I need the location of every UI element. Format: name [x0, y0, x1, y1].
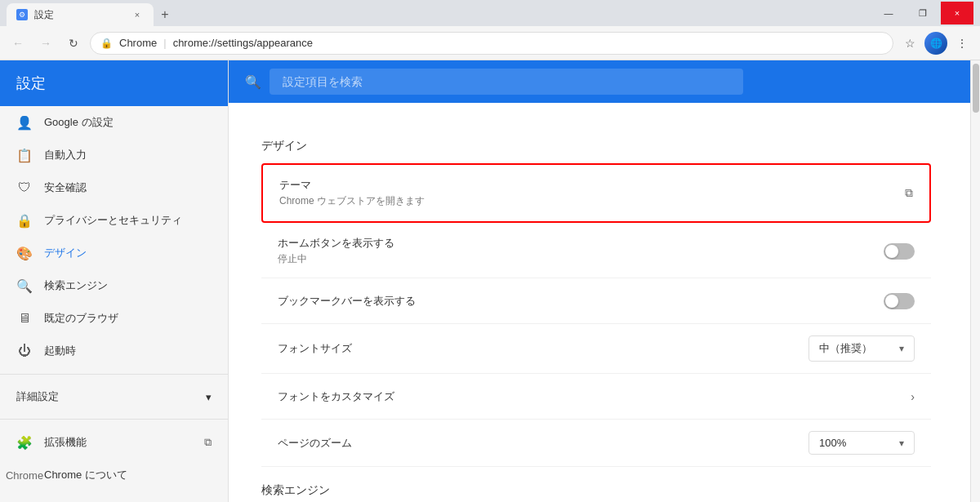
new-tab-button[interactable]: + — [154, 3, 176, 26]
minimize-button[interactable]: — — [872, 2, 905, 24]
sidebar-divider-2 — [0, 419, 228, 420]
sidebar-divider-1 — [0, 374, 228, 375]
startup-icon: ⏻ — [16, 343, 33, 359]
menu-button[interactable]: ⋮ — [951, 32, 973, 55]
sidebar-browser-label: 既定のブラウザ — [44, 311, 118, 326]
font-customize-label: フォントをカスタマイズ — [278, 389, 394, 404]
font-size-row: フォントサイズ 中（推奨） ▾ — [261, 324, 931, 374]
close-button[interactable]: × — [941, 2, 973, 24]
active-tab[interactable]: ⚙ 設定 × — [7, 3, 154, 26]
sidebar-google-label: Google の設定 — [44, 115, 114, 130]
sidebar-item-privacy[interactable]: 🔒 プライバシーとセキュリティ — [0, 204, 228, 237]
home-button-sublabel: 停止中 — [278, 252, 394, 266]
theme-sublabel: Chrome ウェブストアを開きます — [279, 194, 425, 208]
sidebar-item-extensions[interactable]: 🧩 拡張機能 ⧉ — [0, 426, 228, 459]
extensions-left: 🧩 拡張機能 — [16, 434, 87, 451]
sidebar-item-startup[interactable]: ⏻ 起動時 — [0, 335, 228, 367]
sidebar-startup-label: 起動時 — [44, 344, 76, 358]
home-button-label: ホームボタンを表示する — [278, 236, 394, 251]
lock-icon: 🔒 — [100, 38, 113, 49]
privacy-icon: 🔒 — [16, 212, 33, 229]
settings-search-input[interactable] — [270, 69, 743, 95]
theme-card[interactable]: テーマ Chrome ウェブストアを開きます ⧉ — [261, 163, 931, 223]
bookmark-bar-row: ブックマークバーを表示する — [261, 278, 931, 324]
safety-icon: 🛡 — [16, 180, 33, 196]
sidebar-chrome-about-label: Chrome について — [44, 468, 127, 482]
font-size-label: フォントサイズ — [278, 341, 352, 356]
home-button-text: ホームボタンを表示する 停止中 — [278, 236, 394, 266]
search-icon: 🔍 — [245, 74, 261, 90]
sidebar-advanced-label: 詳細設定 — [16, 389, 59, 404]
settings-content: デザイン テーマ Chrome ウェブストアを開きます ⧉ ホームボタンを表示す… — [229, 103, 964, 502]
url-separator: | — [163, 37, 166, 49]
font-customize-arrow-icon: › — [911, 390, 915, 403]
zoom-label: ページのズーム — [278, 436, 352, 451]
toolbar-right: ☆ 🌐 ⋮ — [898, 32, 973, 55]
google-icon: 👤 — [16, 114, 33, 131]
sidebar-autofill-label: 自動入力 — [44, 148, 87, 162]
home-button-row: ホームボタンを表示する 停止中 — [261, 224, 931, 278]
restore-button[interactable]: ❐ — [906, 2, 939, 24]
design-icon: 🎨 — [16, 245, 33, 261]
chrome-about-icon: Chrome — [16, 467, 33, 483]
star-button[interactable]: ☆ — [898, 32, 921, 55]
font-size-arrow-icon: ▾ — [899, 343, 904, 354]
sidebar-search-engine-label: 検索エンジン — [44, 278, 108, 293]
theme-text: テーマ Chrome ウェブストアを開きます — [279, 178, 425, 208]
theme-label: テーマ — [279, 178, 425, 193]
addressbar: ← → ↻ 🔒 Chrome | chrome://settings/appea… — [0, 26, 980, 60]
scrollbar-thumb[interactable] — [973, 64, 979, 113]
titlebar: ⚙ 設定 × + — ❐ × — [0, 0, 980, 26]
autofill-icon: 📋 — [16, 147, 33, 163]
font-customize-row[interactable]: フォントをカスタマイズ › — [261, 374, 931, 420]
font-size-value: 中（推奨） — [819, 341, 872, 356]
bookmark-bar-toggle[interactable] — [884, 293, 915, 309]
tab-title: 設定 — [34, 8, 54, 22]
url-path: chrome://settings/appearance — [173, 37, 313, 49]
bookmark-bar-label: ブックマークバーを表示する — [278, 294, 416, 309]
font-size-dropdown[interactable]: 中（推奨） ▾ — [808, 335, 915, 362]
main-layout: 設定 👤 Google の設定 📋 自動入力 🛡 安全確認 🔒 プライバシーとセ… — [0, 60, 980, 502]
sidebar-privacy-label: プライバシーとセキュリティ — [44, 213, 182, 228]
sidebar-item-safety[interactable]: 🛡 安全確認 — [0, 171, 228, 204]
sidebar-safety-label: 安全確認 — [44, 180, 87, 195]
url-site: Chrome — [119, 37, 157, 49]
zoom-arrow-icon: ▾ — [899, 438, 904, 449]
extensions-icon: 🧩 — [16, 434, 33, 451]
content-area: 🔍 デザイン テーマ Chrome ウェブストアを開きます ⧉ ホームボタンを表… — [229, 60, 970, 502]
sidebar-design-label: デザイン — [44, 246, 87, 260]
sidebar-item-chrome-about[interactable]: Chrome Chrome について — [0, 459, 228, 491]
window-controls: — ❐ × — [872, 2, 973, 24]
tab-close-button[interactable]: × — [131, 8, 144, 21]
forward-button[interactable]: → — [34, 32, 57, 55]
theme-ext-link-icon: ⧉ — [905, 186, 913, 200]
window-scrollbar[interactable] — [970, 60, 980, 502]
browser-icon: 🖥 — [16, 310, 33, 327]
design-section-title: デザイン — [261, 122, 931, 163]
sidebar-item-advanced[interactable]: 詳細設定 ▾ — [0, 381, 228, 412]
tab-bar: ⚙ 設定 × + — [7, 0, 176, 26]
advanced-arrow-icon: ▾ — [206, 391, 212, 403]
search-engine-section-title: 検索エンジン — [261, 467, 931, 502]
sidebar: 設定 👤 Google の設定 📋 自動入力 🛡 安全確認 🔒 プライバシーとセ… — [0, 60, 229, 502]
tab-favicon: ⚙ — [16, 9, 28, 20]
sidebar-item-autofill[interactable]: 📋 自動入力 — [0, 139, 228, 171]
search-engine-icon: 🔍 — [16, 278, 33, 294]
sidebar-item-default-browser[interactable]: 🖥 既定のブラウザ — [0, 302, 228, 335]
avatar[interactable]: 🌐 — [924, 32, 947, 55]
back-button[interactable]: ← — [7, 32, 29, 55]
settings-title: 設定 — [16, 75, 46, 91]
sidebar-header: 設定 — [0, 60, 228, 106]
zoom-row: ページのズーム 100% ▾ — [261, 420, 931, 467]
zoom-value: 100% — [819, 437, 846, 449]
ext-link-icon: ⧉ — [204, 436, 212, 449]
settings-search-bar: 🔍 — [229, 60, 970, 103]
refresh-button[interactable]: ↻ — [62, 32, 85, 55]
sidebar-extensions-label: 拡張機能 — [44, 435, 87, 450]
sidebar-item-search-engine[interactable]: 🔍 検索エンジン — [0, 269, 228, 302]
home-button-toggle[interactable] — [884, 243, 915, 260]
sidebar-item-design[interactable]: 🎨 デザイン — [0, 237, 228, 269]
zoom-dropdown[interactable]: 100% ▾ — [808, 431, 915, 455]
omnibox[interactable]: 🔒 Chrome | chrome://settings/appearance — [90, 32, 893, 55]
sidebar-item-google[interactable]: 👤 Google の設定 — [0, 106, 228, 139]
